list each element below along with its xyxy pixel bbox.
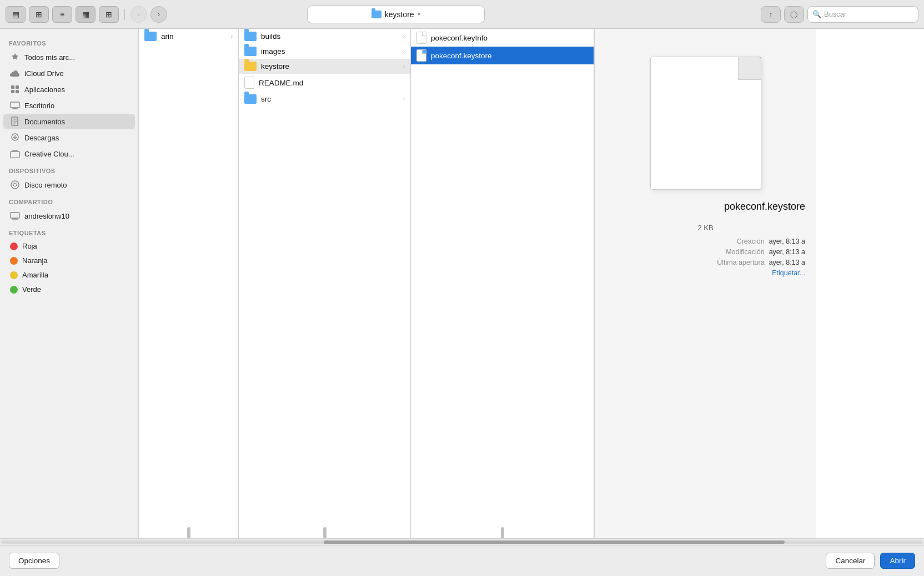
options-button[interactable]: Opciones: [9, 553, 59, 569]
tag-button[interactable]: ◯: [784, 6, 804, 23]
preview-icon-large: [650, 57, 761, 190]
sidebar-item-todos-label: Todos mis arc...: [24, 53, 75, 62]
scrollbar-track[interactable]: [1, 540, 923, 544]
file-name: keystore: [261, 62, 289, 70]
corner-fold: [739, 57, 761, 79]
sidebar-item-creative-label: Creative Clou...: [24, 150, 74, 158]
sidebar-item-todos[interactable]: Todos mis arc...: [3, 49, 135, 65]
view-list-button[interactable]: ≡: [52, 6, 72, 23]
last-open-row: Última apertura ayer, 8:13 a: [606, 259, 805, 266]
folder-icon: [244, 94, 257, 104]
sidebar-item-documentos-label: Documentos: [24, 118, 65, 126]
file-name: README.md: [259, 79, 303, 87]
path-folder-icon: [371, 11, 381, 18]
list-item[interactable]: src ›: [239, 92, 410, 107]
sidebar-item-verde-label: Verde: [22, 285, 41, 294]
list-item[interactable]: arin ›: [139, 29, 238, 44]
view-gallery-button[interactable]: ⊞: [99, 6, 119, 23]
resize-handle-2[interactable]: [323, 527, 327, 538]
share-button[interactable]: ↑: [761, 6, 781, 23]
main-content: Favoritos Todos mis arc... iCloud Drive …: [0, 29, 924, 538]
sidebar-item-roja[interactable]: Roja: [3, 239, 135, 253]
preview-filename: pokeconf.keystore: [606, 201, 805, 213]
sidebar-item-andreslonw10[interactable]: andreslonw10: [3, 208, 135, 224]
documentos-icon: [10, 117, 20, 127]
sidebar-item-apps-label: Aplicaciones: [24, 85, 65, 94]
sidebar-section-favoritos: Favoritos: [0, 34, 138, 49]
nav-forward-button[interactable]: ›: [150, 6, 167, 23]
preview-info: Creación ayer, 8:13 a Modificación ayer,…: [606, 238, 805, 277]
scrollbar-thumb[interactable]: [324, 540, 785, 544]
svg-rect-0: [11, 85, 14, 89]
file-name: pokeconf.keyInfo: [431, 34, 488, 42]
action-buttons: Cancelar Abrir: [826, 553, 915, 569]
doc-icon: [416, 32, 426, 44]
list-item[interactable]: images ›: [239, 44, 410, 59]
folder-icon: [244, 32, 257, 41]
svg-rect-2: [11, 90, 14, 93]
search-placeholder: Buscar: [824, 10, 846, 18]
path-label: keystore: [385, 10, 414, 19]
search-icon: 🔍: [812, 10, 821, 18]
view-gallery-icon: ⊞: [106, 10, 112, 19]
resize-handle-1[interactable]: [187, 527, 190, 538]
last-open-value: ayer, 8:13 a: [769, 259, 805, 266]
creation-value: ayer, 8:13 a: [769, 238, 805, 245]
open-button[interactable]: Abrir: [880, 553, 915, 569]
toolbar-separator-1: [124, 9, 125, 20]
modification-value: ayer, 8:13 a: [769, 248, 805, 256]
sidebar-toggle-icon: ▤: [12, 10, 19, 19]
path-bar[interactable]: keystore ▾: [307, 6, 485, 23]
svg-rect-1: [16, 85, 19, 89]
modification-row: Modificación ayer, 8:13 a: [606, 248, 805, 256]
apps-icon: [10, 84, 20, 94]
list-item[interactable]: builds ›: [239, 29, 410, 44]
sidebar-section-dispositivos: Dispositivos: [0, 162, 138, 176]
view-icon-icon: ⊞: [36, 10, 42, 19]
star-icon: [10, 52, 20, 62]
chevron-right-icon: ›: [231, 33, 233, 39]
tag-dot-roja: [10, 242, 18, 250]
sidebar-item-verde[interactable]: Verde: [3, 282, 135, 296]
cancel-button[interactable]: Cancelar: [826, 553, 875, 569]
sidebar-item-icloud[interactable]: iCloud Drive: [3, 65, 135, 81]
file-browser: arin › builds › images › keystore ›: [139, 29, 924, 538]
view-column-icon: ▦: [82, 10, 89, 19]
file-name: images: [261, 47, 285, 55]
modification-label: Modificación: [726, 248, 764, 256]
svg-rect-15: [11, 213, 19, 218]
file-column-1: arin ›: [139, 29, 239, 538]
chevron-right-icon: ›: [403, 63, 405, 69]
sidebar-item-escritorio[interactable]: Escritorio: [3, 98, 135, 113]
list-item[interactable]: pokeconf.keystore: [411, 47, 594, 64]
sidebar-item-amarilla-label: Amarilla: [22, 271, 48, 279]
search-bar[interactable]: 🔍 Buscar: [807, 6, 918, 23]
escritorio-icon: [10, 100, 20, 110]
markdown-icon: [244, 77, 254, 89]
view-column-button[interactable]: ▦: [76, 6, 96, 23]
resize-handle-3[interactable]: [501, 527, 504, 538]
sidebar-item-amarilla[interactable]: Amarilla: [3, 268, 135, 282]
list-item[interactable]: pokeconf.keyInfo: [411, 29, 594, 47]
sidebar-toggle-button[interactable]: ▤: [6, 6, 26, 23]
list-item[interactable]: keystore ›: [239, 59, 410, 74]
sidebar-item-descargas[interactable]: Descargas: [3, 130, 135, 145]
titlebar: ▤ ⊞ ≡ ▦ ⊞ ‹ › keystore ▾ ↑ ◯ 🔍 Buscar: [0, 0, 924, 29]
etiqueta-link[interactable]: Etiquetar...: [606, 269, 805, 277]
screen-icon: [10, 211, 20, 221]
view-icon-button[interactable]: ⊞: [29, 6, 49, 23]
sidebar-item-escritorio-label: Escritorio: [24, 102, 54, 110]
sidebar-item-documentos[interactable]: Documentos: [3, 114, 135, 129]
icloud-icon: [10, 68, 20, 78]
sidebar-item-disco[interactable]: Disco remoto: [3, 177, 135, 193]
file-column-3: pokeconf.keyInfo pokeconf.keystore: [411, 29, 594, 538]
sidebar-item-creative[interactable]: Creative Clou...: [3, 146, 135, 161]
scrollbar-container: [0, 538, 924, 545]
sidebar-item-naranja[interactable]: Naranja: [3, 254, 135, 267]
list-item[interactable]: README.md: [239, 74, 410, 92]
nav-back-button[interactable]: ‹: [130, 6, 147, 23]
preview-panel: pokeconf.keystore 2 KB Creación ayer, 8:…: [594, 29, 816, 538]
folder-icon: [144, 32, 157, 41]
nav-back-icon: ‹: [138, 11, 140, 18]
sidebar-item-apps[interactable]: Aplicaciones: [3, 82, 135, 97]
